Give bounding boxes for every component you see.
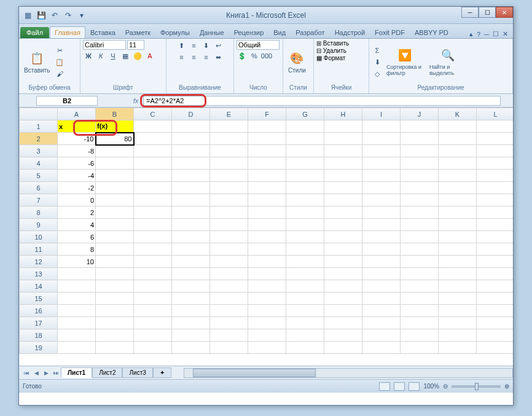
wrap-text-button[interactable]: ↩ <box>213 40 224 51</box>
cell[interactable] <box>324 157 362 170</box>
comma-button[interactable]: 000 <box>261 50 272 61</box>
row-header[interactable]: 13 <box>20 268 58 280</box>
save-button[interactable]: 💾 <box>35 9 47 22</box>
cell[interactable] <box>286 268 324 280</box>
cell[interactable] <box>172 219 210 231</box>
tab-file[interactable]: Файл <box>20 27 49 38</box>
cell[interactable] <box>477 342 514 354</box>
cell-a2[interactable]: -10 <box>58 133 96 145</box>
cell[interactable] <box>248 256 286 268</box>
align-right-button[interactable]: ≡ <box>201 52 212 63</box>
cell[interactable] <box>58 317 96 329</box>
cell[interactable] <box>477 157 514 170</box>
cell[interactable] <box>286 206 324 219</box>
tab-formulas[interactable]: Формулы <box>155 26 195 38</box>
cell[interactable] <box>324 305 362 317</box>
cell[interactable] <box>172 256 210 268</box>
underline-button[interactable]: Ч <box>108 50 119 61</box>
cell[interactable] <box>286 145 324 157</box>
cell[interactable] <box>286 170 324 182</box>
sheet-tab-2[interactable]: Лист2 <box>92 367 122 378</box>
cell[interactable] <box>477 170 514 182</box>
cell[interactable] <box>362 329 401 342</box>
col-header-k[interactable]: K <box>439 108 477 120</box>
cell[interactable] <box>324 219 362 231</box>
cell[interactable] <box>362 231 401 243</box>
cell[interactable] <box>172 170 210 182</box>
cell[interactable] <box>248 243 286 256</box>
cell[interactable] <box>401 268 439 280</box>
cell[interactable] <box>362 292 401 305</box>
cell[interactable] <box>134 145 172 157</box>
cell[interactable] <box>96 342 134 354</box>
cell[interactable] <box>210 305 248 317</box>
border-button[interactable]: ▦ <box>120 50 131 61</box>
cell[interactable] <box>439 194 477 206</box>
cell[interactable] <box>324 256 362 268</box>
align-top-button[interactable]: ⬆ <box>176 40 187 51</box>
fill-button[interactable]: ⬇ <box>372 57 383 68</box>
cell[interactable] <box>324 329 362 342</box>
cell[interactable] <box>134 317 172 329</box>
cell[interactable] <box>362 317 401 329</box>
cell[interactable] <box>324 206 362 219</box>
cell[interactable] <box>248 292 286 305</box>
cell[interactable] <box>401 317 439 329</box>
cell[interactable] <box>362 194 401 206</box>
cell[interactable] <box>134 194 172 206</box>
fx-icon[interactable]: fx <box>128 97 143 104</box>
cell[interactable]: 8 <box>58 243 96 256</box>
row-header[interactable]: 18 <box>20 329 58 342</box>
close-button[interactable]: ✕ <box>496 7 513 18</box>
align-middle-button[interactable]: ≡ <box>189 40 200 51</box>
number-format-select[interactable] <box>237 40 280 50</box>
cell[interactable] <box>172 120 210 133</box>
cell[interactable] <box>439 157 477 170</box>
tab-insert[interactable]: Вставка <box>85 26 120 38</box>
col-header-a[interactable]: A <box>58 108 96 120</box>
sort-filter-button[interactable]: 🔽 Сортировка и фильтр <box>384 47 426 77</box>
cell[interactable] <box>477 292 514 305</box>
cell[interactable] <box>210 342 248 354</box>
cell[interactable] <box>439 280 477 292</box>
cell[interactable] <box>134 231 172 243</box>
bold-button[interactable]: Ж <box>83 50 94 61</box>
cell[interactable] <box>324 317 362 329</box>
row-header[interactable]: 6 <box>20 182 58 194</box>
cell[interactable] <box>96 280 134 292</box>
font-color-button[interactable]: A <box>144 50 155 61</box>
cell[interactable] <box>248 280 286 292</box>
cell[interactable] <box>439 329 477 342</box>
cell[interactable] <box>477 194 514 206</box>
cell[interactable] <box>58 280 96 292</box>
row-header[interactable]: 4 <box>20 157 58 170</box>
cell[interactable] <box>210 280 248 292</box>
cell[interactable] <box>172 157 210 170</box>
tab-developer[interactable]: Разработ <box>291 26 329 38</box>
row-header[interactable]: 5 <box>20 170 58 182</box>
cell[interactable] <box>96 194 134 206</box>
cell[interactable] <box>134 219 172 231</box>
cell-b2-active[interactable]: 80 <box>96 133 134 145</box>
cell[interactable] <box>210 170 248 182</box>
align-left-button[interactable]: ≡ <box>176 52 187 63</box>
cell[interactable] <box>362 145 401 157</box>
cell[interactable] <box>210 292 248 305</box>
zoom-thumb[interactable] <box>475 383 479 390</box>
cell[interactable] <box>248 157 286 170</box>
scroll-thumb[interactable] <box>193 369 316 377</box>
row-header[interactable]: 10 <box>20 231 58 243</box>
cell[interactable] <box>286 305 324 317</box>
view-normal-button[interactable] <box>379 382 390 391</box>
paste-button[interactable]: 📋 Вставить <box>22 50 52 75</box>
cell[interactable] <box>286 280 324 292</box>
cell[interactable] <box>172 133 210 145</box>
cell[interactable] <box>401 206 439 219</box>
cell[interactable] <box>96 305 134 317</box>
col-header-g[interactable]: G <box>286 108 324 120</box>
cell[interactable] <box>477 243 514 256</box>
zoom-slider[interactable] <box>452 385 501 388</box>
tab-abbyy[interactable]: ABBYY PD <box>410 26 453 38</box>
cell[interactable] <box>248 120 286 133</box>
cell[interactable] <box>210 133 248 145</box>
